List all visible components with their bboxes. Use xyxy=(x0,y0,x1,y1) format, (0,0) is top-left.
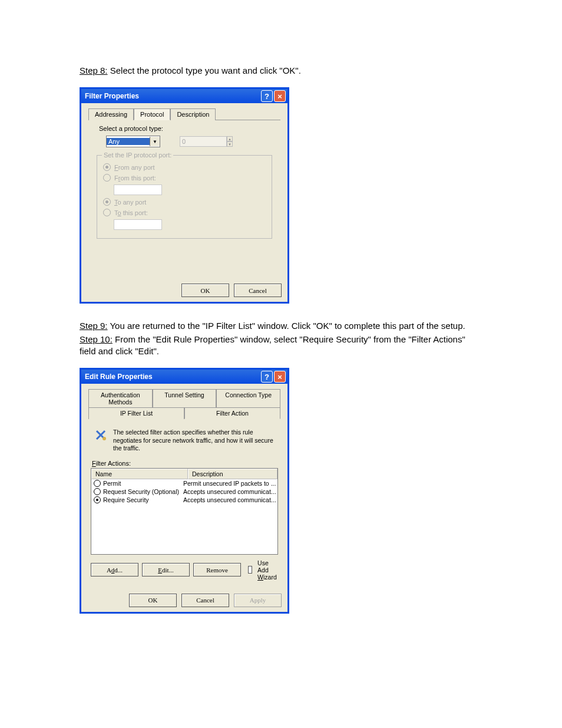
radio-to-any xyxy=(103,198,111,206)
step8-label: Step 8: xyxy=(80,65,108,75)
radio-from-this xyxy=(103,174,111,182)
step10-label: Step 10: xyxy=(80,334,113,344)
list-item[interactable]: Permit Permit unsecured IP packets to ..… xyxy=(91,479,277,487)
protocol-type-label: Select a protocol type: xyxy=(99,125,280,132)
step9-paragraph: Step 9: You are returned to the "IP Filt… xyxy=(80,320,482,332)
filter-actions-list[interactable]: Name Description Permit Permit unsecured… xyxy=(91,468,278,555)
row-name: Require Security xyxy=(103,496,149,503)
close-button[interactable]: × xyxy=(274,90,286,102)
ok-button[interactable]: OK xyxy=(181,284,229,297)
col-header-description[interactable]: Description xyxy=(188,469,277,479)
tab-ip-filter-list[interactable]: IP Filter List xyxy=(88,407,184,419)
step10-paragraph: Step 10: From the "Edit Rule Properties"… xyxy=(80,334,482,358)
tab-addressing[interactable]: Addressing xyxy=(88,108,134,120)
spin-down-icon: ▼ xyxy=(227,141,233,147)
step9-label: Step 9: xyxy=(80,321,108,331)
close-button[interactable]: × xyxy=(274,371,286,383)
radio-icon xyxy=(94,488,101,495)
tab-filter-action[interactable]: Filter Action xyxy=(184,407,280,419)
spin-up-icon: ▲ xyxy=(227,136,233,141)
titlebar: Filter Properties ? × xyxy=(81,89,287,103)
protocol-type-select[interactable]: Any ▼ xyxy=(106,136,160,147)
filter-action-icon xyxy=(94,429,107,442)
apply-button: Apply xyxy=(234,594,282,607)
row-name: Request Security (Optional) xyxy=(103,488,179,495)
use-add-wizard-checkbox[interactable] xyxy=(248,566,252,574)
dialog-title: Filter Properties xyxy=(85,92,260,100)
titlebar: Edit Rule Properties ? × xyxy=(81,370,287,384)
filter-actions-label: Filter Actions: xyxy=(92,460,280,467)
step8-text: Select the protocol type you want and cl… xyxy=(108,65,301,75)
cancel-button[interactable]: Cancel xyxy=(181,594,229,607)
tab-protocol[interactable]: Protocol xyxy=(134,108,170,120)
tab-row: Addressing Protocol Description xyxy=(88,108,280,120)
from-port-input xyxy=(114,185,162,195)
step10-text: From the "Edit Rule Properties" window, … xyxy=(80,334,465,356)
protocol-number-spinner: ▲ ▼ xyxy=(180,136,233,147)
radio-icon xyxy=(94,480,101,487)
help-button[interactable]: ? xyxy=(261,371,273,383)
port-group-legend: Set the IP protocol port: xyxy=(102,151,173,159)
tab-tunnel-setting[interactable]: Tunnel Setting xyxy=(153,389,217,407)
info-text: The selected filter action specifies whe… xyxy=(113,429,278,453)
list-item[interactable]: Require Security Accepts unsecured commu… xyxy=(91,496,277,504)
dialog-title: Edit Rule Properties xyxy=(85,373,260,381)
row-desc: Accepts unsecured communicat... xyxy=(182,496,277,503)
row-desc: Permit unsecured IP packets to ... xyxy=(182,480,277,487)
radio-to-this xyxy=(103,209,111,216)
protocol-type-value: Any xyxy=(107,138,150,145)
add-button[interactable]: Add... xyxy=(91,563,138,577)
row-desc: Accepts unsecured communicat... xyxy=(182,488,277,495)
protocol-number-input xyxy=(180,136,227,147)
dropdown-arrow-icon: ▼ xyxy=(150,137,160,146)
use-add-wizard-label: Use Add Wizard xyxy=(257,559,278,581)
edit-rule-properties-dialog: Edit Rule Properties ? × Authentication … xyxy=(80,368,289,614)
radio-icon xyxy=(94,496,101,503)
svg-point-2 xyxy=(103,437,106,440)
from-any-label: From any port xyxy=(114,164,154,171)
ok-button[interactable]: OK xyxy=(129,594,177,607)
cancel-button[interactable]: Cancel xyxy=(234,284,282,297)
list-item[interactable]: Request Security (Optional) Accepts unse… xyxy=(91,487,277,496)
port-groupbox: Set the IP protocol port: From any port … xyxy=(97,155,272,239)
radio-from-any xyxy=(103,163,111,171)
filter-properties-dialog: Filter Properties ? × Addressing Protoco… xyxy=(80,87,289,304)
to-any-label: To any port xyxy=(114,199,146,206)
help-button[interactable]: ? xyxy=(261,90,273,102)
remove-button[interactable]: Remove xyxy=(193,563,241,577)
from-this-label: From this port: xyxy=(114,174,156,182)
step9-text: You are returned to the "IP Filter List"… xyxy=(108,321,465,331)
step8-paragraph: Step 8: Select the protocol type you wan… xyxy=(80,65,482,77)
col-header-name[interactable]: Name xyxy=(91,469,188,479)
row-name: Permit xyxy=(103,480,121,487)
to-this-label: To this port: xyxy=(114,209,148,216)
tab-auth-methods[interactable]: Authentication Methods xyxy=(88,389,153,407)
tab-connection-type[interactable]: Connection Type xyxy=(216,389,280,407)
to-port-input xyxy=(114,219,162,230)
edit-button[interactable]: Edit... xyxy=(142,563,190,577)
tab-description[interactable]: Description xyxy=(170,108,216,120)
